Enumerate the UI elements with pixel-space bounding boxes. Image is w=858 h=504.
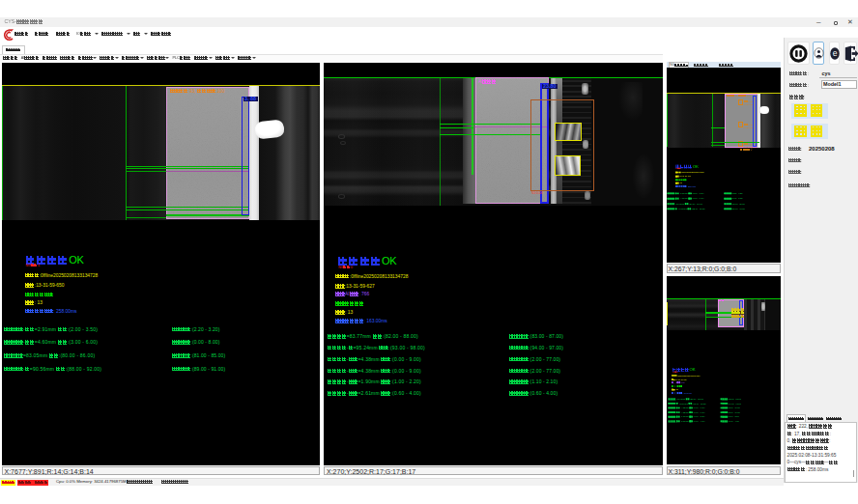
svg-text:e: e: [832, 48, 837, 58]
